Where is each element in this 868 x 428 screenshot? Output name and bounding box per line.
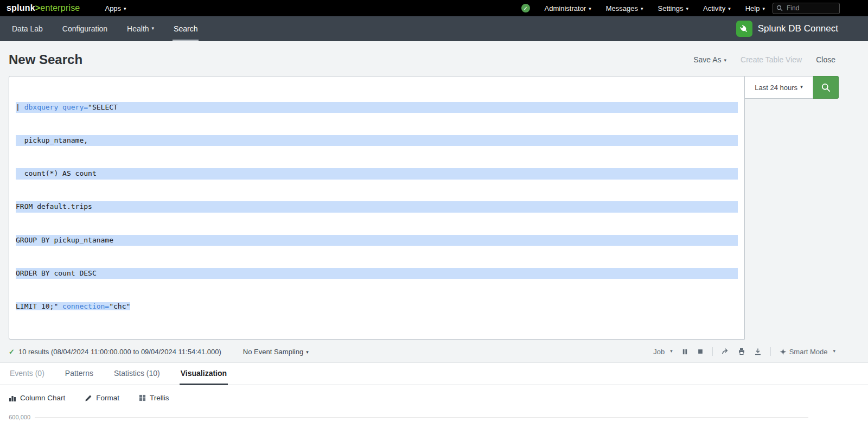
smart-mode-label: Smart Mode <box>789 348 828 356</box>
menu-activity[interactable]: Activity▾ <box>703 4 731 12</box>
results-summary: 10 results (08/04/2024 11:00:00.000 to 0… <box>18 348 221 356</box>
menu-label: Activity <box>703 4 725 12</box>
download-icon <box>754 348 762 355</box>
logo-product: enterprise <box>40 3 80 12</box>
stop-icon <box>697 348 704 355</box>
separator <box>712 347 713 356</box>
pause-button[interactable] <box>681 348 688 355</box>
format-button[interactable]: Format <box>85 394 119 402</box>
query-string: "chc" <box>109 302 130 310</box>
tab-events[interactable]: Events (0) <box>9 363 46 385</box>
nav-label: Health <box>127 24 149 33</box>
viz-toolbar: Column Chart Format Trellis <box>0 385 868 406</box>
menu-label: Administrator <box>545 4 586 12</box>
query-line: LIMIT 10;" connection="chc" <box>16 301 738 312</box>
tab-statistics[interactable]: Statistics (10) <box>113 363 161 385</box>
query-line: FROM default.trips <box>16 201 738 212</box>
menu-messages[interactable]: Messages▾ <box>606 4 643 12</box>
menu-administrator[interactable]: Administrator▾ <box>545 4 591 12</box>
success-check-icon: ✓ <box>9 348 15 356</box>
caret-down-icon: ▾ <box>686 6 688 11</box>
query-space <box>58 103 62 111</box>
print-icon <box>738 348 745 355</box>
job-label: Job <box>653 348 665 356</box>
export-button[interactable] <box>754 348 762 355</box>
trellis-label: Trellis <box>150 394 169 402</box>
chart-bar-slot <box>652 417 729 428</box>
create-table-view-button[interactable]: Create Table View <box>741 55 802 64</box>
menu-settings[interactable]: Settings▾ <box>658 4 689 12</box>
apps-menu[interactable]: Apps▾ <box>105 4 126 12</box>
query-line: | dbxquery query="SELECT <box>16 102 738 113</box>
save-as-label: Save As <box>693 55 721 64</box>
pause-icon <box>681 348 688 355</box>
query-line: GROUP BY pickup_ntaname <box>16 235 738 246</box>
job-menu[interactable]: Job▾ <box>653 348 673 356</box>
search-button[interactable] <box>813 76 839 99</box>
find-search-box[interactable] <box>773 3 840 14</box>
nav-search[interactable]: Search <box>164 16 207 41</box>
caret-down-icon: ▾ <box>762 6 765 11</box>
tab-patterns[interactable]: Patterns <box>64 363 94 385</box>
time-range-picker[interactable]: Last 24 hours▾ <box>745 76 813 99</box>
close-button[interactable]: Close <box>816 55 835 64</box>
nav-configuration[interactable]: Configuration <box>53 16 117 41</box>
chart-bar-slot <box>422 417 499 428</box>
check-icon: ✓ <box>523 5 527 11</box>
top-chrome-bar: splunk>enterprise Apps▾ ✓ Administrator▾… <box>0 0 868 16</box>
caret-down-icon: ▾ <box>833 348 835 354</box>
app-nav-bar: Data Lab Configuration Health▾ Search Sp… <box>0 16 868 41</box>
nav-data-lab[interactable]: Data Lab <box>2 16 53 41</box>
trellis-button[interactable]: Trellis <box>139 394 169 402</box>
chart-type-label: Column Chart <box>20 394 65 402</box>
query-string: "SELECT <box>88 103 118 111</box>
query-line: count(*) AS count <box>16 168 738 179</box>
caret-down-icon: ▾ <box>670 348 673 354</box>
pencil-icon <box>85 394 92 402</box>
smart-mode-icon <box>780 348 787 355</box>
menu-label: Help <box>745 4 760 12</box>
search-query-input[interactable]: | dbxquery query="SELECT pickup_ntaname,… <box>9 76 745 340</box>
caret-down-icon: ▾ <box>800 84 803 90</box>
caret-down-icon: ▾ <box>724 58 727 63</box>
app-title: Splunk DB Connect <box>758 23 838 34</box>
plot-area <box>35 417 808 428</box>
separator <box>770 347 771 356</box>
time-range-label: Last 24 hours <box>755 84 797 92</box>
query-param: connection= <box>62 302 109 310</box>
caret-down-icon: ▾ <box>306 349 309 355</box>
caret-down-icon: ▾ <box>728 6 731 11</box>
share-icon <box>722 348 729 355</box>
menu-label: Messages <box>606 4 638 12</box>
chart-bar-slot <box>267 417 344 428</box>
query-pipe: | <box>16 103 24 111</box>
share-button[interactable] <box>722 348 729 355</box>
nav-health[interactable]: Health▾ <box>117 16 164 41</box>
chart-bar-slot <box>729 417 806 428</box>
find-input[interactable] <box>786 4 834 12</box>
logo-splunk: splunk <box>7 3 35 12</box>
results-tabs: Events (0) Patterns Statistics (10) Visu… <box>0 363 868 385</box>
event-sampling-label: No Event Sampling <box>243 348 303 356</box>
search-icon <box>776 5 783 11</box>
app-identity[interactable]: Splunk DB Connect <box>736 21 838 37</box>
y-tick-label: 600,000 <box>0 414 30 420</box>
chart-bar-slot <box>499 417 576 428</box>
logo-gt: > <box>35 3 41 12</box>
chart-type-button[interactable]: Column Chart <box>9 394 65 402</box>
query-param: query= <box>62 103 88 111</box>
splunk-logo[interactable]: splunk>enterprise <box>7 3 80 13</box>
chart-bar-slot <box>37 417 114 428</box>
chart-bar-slot <box>191 417 268 428</box>
health-status-icon[interactable]: ✓ <box>521 4 530 12</box>
stop-button[interactable] <box>697 348 704 355</box>
event-sampling-menu[interactable]: No Event Sampling▾ <box>243 348 309 356</box>
search-mode-menu[interactable]: Smart Mode▾ <box>780 348 835 356</box>
menu-label: Settings <box>658 4 684 12</box>
tab-visualization[interactable]: Visualization <box>180 363 228 385</box>
save-as-menu[interactable]: Save As▾ <box>693 55 726 64</box>
column-chart: count 600,000 400,000 200,000 Midtown-Mi… <box>0 412 868 428</box>
caret-down-icon: ▾ <box>589 6 591 11</box>
print-button[interactable] <box>738 348 745 355</box>
menu-help[interactable]: Help▾ <box>745 4 765 12</box>
